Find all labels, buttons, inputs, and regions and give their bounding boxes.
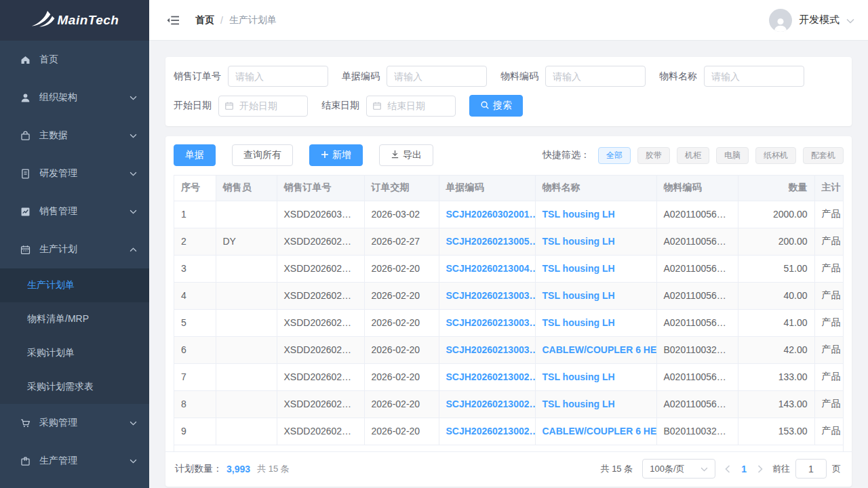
material-name-input[interactable] bbox=[704, 66, 804, 87]
page-size-select[interactable]: 100条/页 bbox=[642, 459, 715, 479]
submenu-item-purchase-plan-demand[interactable]: 采购计划需求表 bbox=[0, 370, 149, 404]
cell-material-code: A020110056… bbox=[656, 201, 738, 228]
field-sales-order: 销售订单号 bbox=[174, 66, 328, 87]
doc-code-link[interactable]: SCJH20260213003… bbox=[446, 317, 536, 328]
table-row: 4 XSDD202602… 2026-02-20 SCJH20260213003… bbox=[174, 282, 844, 309]
quick-filter-tag[interactable]: 胶带 bbox=[637, 147, 670, 164]
cell-sales-order: XSDD202602… bbox=[277, 309, 364, 336]
material-name-link[interactable]: TSL housing LH bbox=[542, 263, 615, 274]
cell-quantity: 143.00 bbox=[738, 390, 814, 418]
doc-code-link[interactable]: SCJH20260213004… bbox=[446, 263, 536, 274]
table-row: 1 XSDD202603… 2026-03-02 SCJH20260302001… bbox=[174, 201, 844, 228]
doc-code-link[interactable]: SCJH20260213003… bbox=[446, 344, 536, 355]
material-name-link[interactable]: TSL housing LH bbox=[542, 399, 615, 409]
sidebar-item-label: 销售管理 bbox=[39, 205, 129, 218]
table-row: 9 XSDD202602… 2026-02-20 SCJH20260213002… bbox=[174, 418, 844, 445]
breadcrumb-home[interactable]: 首页 bbox=[195, 14, 214, 26]
avatar bbox=[769, 9, 792, 32]
material-name-link[interactable]: TSL housing LH bbox=[542, 317, 615, 328]
cell-quantity: 41.00 bbox=[738, 309, 814, 336]
cell-type: 产品 bbox=[814, 418, 844, 445]
cell-seq: 2 bbox=[174, 228, 216, 255]
sidebar-item-purchasing[interactable]: 采购管理 bbox=[0, 404, 149, 442]
cell-delivery-date: 2026-03-02 bbox=[364, 201, 439, 228]
cell-doc-code: SCJH20260213005… bbox=[439, 228, 535, 255]
cell-type: 产品 bbox=[814, 255, 844, 282]
sidebar-item-production-mgmt[interactable]: 生产管理 bbox=[0, 442, 149, 480]
submenu-item-purchase-plan-order[interactable]: 采购计划单 bbox=[0, 336, 149, 370]
material-name-link[interactable]: TSL housing LH bbox=[542, 236, 615, 247]
material-name-link[interactable]: TSL housing LH bbox=[542, 371, 615, 382]
next-page-icon[interactable] bbox=[757, 465, 763, 473]
cell-quantity: 42.00 bbox=[738, 336, 814, 363]
search-button[interactable]: 搜索 bbox=[469, 95, 523, 117]
material-name-link[interactable]: CABLEW/COUPLER 6 HE bbox=[542, 426, 657, 436]
query-all-button[interactable]: 查询所有 bbox=[232, 144, 293, 166]
doc-code-link[interactable]: SCJH20260213003… bbox=[446, 290, 536, 301]
table-row: 6 XSDD202602… 2026-02-20 SCJH20260213003… bbox=[174, 336, 844, 363]
column-header-quantity: 数量 bbox=[738, 176, 814, 201]
cell-quantity: 133.00 bbox=[738, 363, 814, 390]
quick-filter-tag[interactable]: 全部 bbox=[598, 147, 631, 164]
sidebar-item-production-plan[interactable]: 生产计划 bbox=[0, 230, 149, 268]
goto-page-input[interactable] bbox=[795, 459, 827, 479]
cell-quantity: 200.00 bbox=[738, 228, 814, 255]
field-label: 物料编码 bbox=[500, 70, 538, 83]
cell-seq: 1 bbox=[174, 201, 216, 228]
material-name-link[interactable]: TSL housing LH bbox=[542, 209, 615, 220]
material-code-input[interactable] bbox=[545, 66, 646, 87]
column-header-sales-order: 销售订单号 bbox=[277, 176, 364, 201]
user-icon bbox=[19, 92, 31, 104]
cell-delivery-date: 2026-02-20 bbox=[364, 309, 439, 336]
start-date-input[interactable] bbox=[218, 96, 308, 117]
doc-code-link[interactable]: SCJH20260213002… bbox=[446, 371, 536, 382]
prev-page-icon[interactable] bbox=[725, 465, 730, 473]
cell-seq: 6 bbox=[174, 336, 216, 363]
sidebar-item-master-data[interactable]: 主数据 bbox=[0, 117, 149, 155]
material-name-link[interactable]: CABLEW/COUPLER 6 HE bbox=[542, 344, 657, 355]
field-label: 销售订单号 bbox=[174, 70, 221, 83]
sidebar-item-sales[interactable]: 销售管理 bbox=[0, 192, 149, 230]
sidebar-item-label: 首页 bbox=[39, 54, 137, 66]
field-label: 开始日期 bbox=[174, 100, 212, 112]
sidebar-collapse-icon[interactable] bbox=[165, 13, 180, 28]
doc-button[interactable]: 单据 bbox=[174, 144, 216, 166]
quick-filter-tag[interactable]: 纸杯机 bbox=[755, 147, 796, 164]
sidebar-item-home[interactable]: 首页 bbox=[0, 41, 149, 79]
material-name-link[interactable]: TSL housing LH bbox=[542, 290, 615, 301]
cell-doc-code: SCJH20260302001… bbox=[439, 201, 535, 228]
cell-material-code: A020110056… bbox=[656, 255, 738, 282]
cart-icon bbox=[19, 417, 31, 429]
submenu-item-label: 采购计划需求表 bbox=[27, 381, 94, 393]
end-date-input[interactable] bbox=[366, 96, 456, 117]
chevron-down-icon bbox=[129, 169, 137, 178]
doc-code-link[interactable]: SCJH20260213005… bbox=[446, 236, 536, 247]
doc-code-input[interactable] bbox=[387, 66, 487, 87]
quick-filter-tag[interactable]: 配套机 bbox=[803, 147, 844, 164]
export-button[interactable]: 导出 bbox=[379, 144, 433, 166]
cell-quantity: 2000.00 bbox=[738, 201, 814, 228]
chevron-down-icon bbox=[129, 94, 137, 102]
field-label: 结束日期 bbox=[321, 100, 359, 112]
cell-material-code: A020110056… bbox=[656, 363, 738, 390]
sidebar-item-organization[interactable]: 组织架构 bbox=[0, 79, 149, 117]
chevron-down-icon bbox=[701, 464, 708, 474]
sidebar-item-rnd[interactable]: 研发管理 bbox=[0, 155, 149, 192]
sidebar-item-label: 采购管理 bbox=[39, 417, 129, 429]
doc-code-link[interactable]: SCJH20260213002… bbox=[446, 426, 536, 436]
quick-filter-tag[interactable]: 电脑 bbox=[716, 147, 749, 164]
cell-material-name: CABLEW/COUPLER 6 HE bbox=[535, 418, 656, 445]
add-button[interactable]: 新增 bbox=[309, 144, 363, 166]
submenu-item-label: 采购计划单 bbox=[27, 347, 75, 359]
quick-filter-tag[interactable]: 机柜 bbox=[677, 147, 709, 164]
user-menu[interactable]: 开发模式 bbox=[769, 9, 854, 32]
submenu-item-production-plan-order[interactable]: 生产计划单 bbox=[0, 268, 149, 302]
doc-code-link[interactable]: SCJH20260302001… bbox=[446, 209, 536, 220]
sales-order-input[interactable] bbox=[228, 66, 328, 87]
submenu-item-bom-mrp[interactable]: 物料清单/MRP bbox=[0, 302, 149, 336]
cell-doc-code: SCJH20260213003… bbox=[439, 309, 535, 336]
doc-code-link[interactable]: SCJH20260213002… bbox=[446, 399, 536, 409]
current-page[interactable]: 1 bbox=[741, 464, 747, 474]
column-header-salesperson: 销售员 bbox=[216, 176, 277, 201]
trend-chart-icon bbox=[19, 205, 31, 218]
